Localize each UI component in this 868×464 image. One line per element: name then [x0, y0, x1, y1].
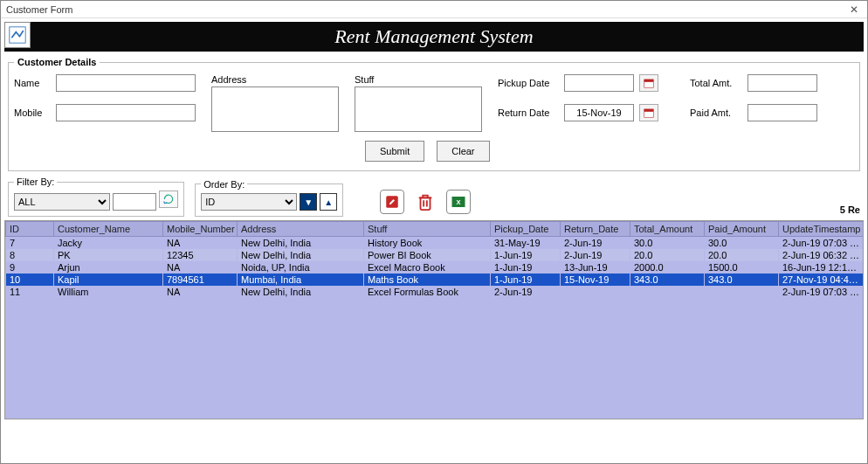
cell: New Delhi, India — [238, 286, 364, 298]
paid-amt-input[interactable] — [747, 104, 817, 121]
cell: PK — [54, 249, 163, 261]
cell: 2-Jun-19 07:03 PM — [779, 286, 865, 298]
cell: 15-Nov-19 — [561, 274, 630, 286]
total-amt-input[interactable] — [747, 74, 817, 92]
return-calendar-icon[interactable] — [639, 104, 658, 121]
cell: 2000.0 — [630, 261, 705, 274]
order-combo[interactable]: ID — [201, 193, 297, 211]
close-icon[interactable]: ✕ — [846, 3, 862, 16]
col-header[interactable]: ID — [6, 222, 54, 237]
cell: 1500.0 — [705, 261, 779, 274]
cell: 1-Jun-19 — [491, 261, 561, 274]
pickup-date-input[interactable] — [564, 74, 634, 92]
titlebar: Customer Form ✕ — [1, 1, 867, 18]
cell: 30.0 — [630, 237, 705, 250]
cell: William — [54, 286, 163, 298]
name-label: Name — [14, 78, 51, 88]
col-header[interactable]: Mobile_Number — [163, 222, 238, 237]
col-header[interactable]: Pickup_Date — [491, 222, 561, 237]
customer-legend: Customer Details — [14, 57, 100, 67]
cell: 2-Jun-19 — [491, 286, 561, 298]
cell: NA — [163, 261, 238, 274]
table-row[interactable]: 7JackyNANew Delhi, IndiaHistory Book31-M… — [6, 237, 865, 250]
table-row[interactable]: 11WilliamNANew Delhi, IndiaExcel Formula… — [6, 286, 865, 298]
svg-rect-0 — [10, 27, 25, 43]
svg-text:X: X — [457, 198, 461, 206]
paid-amt-label: Paid Amt. — [690, 107, 742, 118]
filter-text[interactable] — [113, 193, 156, 211]
cell: 11 — [6, 286, 54, 298]
cell: 16-Jun-19 12:19 PM — [779, 261, 865, 274]
cell: NA — [163, 237, 238, 250]
cell: 10 — [6, 274, 54, 286]
cell — [705, 286, 779, 298]
cell: Arjun — [54, 261, 163, 274]
total-amt-label: Total Amt. — [690, 78, 742, 88]
cell: NA — [163, 286, 238, 298]
mobile-input[interactable] — [56, 104, 196, 121]
cell: 9 — [6, 261, 54, 274]
col-header[interactable]: UpdateTimestamp — [779, 222, 865, 237]
svg-rect-4 — [644, 109, 654, 112]
cell: 343.0 — [705, 274, 779, 286]
col-header[interactable]: Total_Amount — [630, 222, 705, 237]
col-header[interactable]: Return_Date — [561, 222, 630, 237]
cell: 343.0 — [630, 274, 705, 286]
cell: 1-Jun-19 — [491, 274, 561, 286]
return-date-label: Return Date — [498, 107, 559, 118]
address-label: Address — [211, 74, 251, 85]
cell: 7894561 — [163, 274, 238, 286]
cell: Jacky — [54, 237, 163, 250]
cell — [561, 286, 630, 298]
refresh-icon[interactable] — [159, 190, 178, 208]
excel-export-icon[interactable]: X — [446, 190, 471, 214]
col-header[interactable]: Customer_Name — [54, 222, 163, 237]
table-row[interactable]: 10Kapil7894561Mumbai, IndiaMaths Book1-J… — [6, 274, 865, 286]
cell: Excel Formulas Book — [364, 286, 491, 298]
mobile-label: Mobile — [14, 107, 51, 118]
cell: 2-Jun-19 — [561, 237, 630, 250]
cell: New Delhi, India — [238, 237, 364, 250]
col-header[interactable]: Stuff — [364, 222, 491, 237]
stuff-input[interactable] — [355, 87, 482, 132]
record-count: 5 Re — [840, 204, 860, 217]
filter-group: Filter By: ALL — [8, 177, 184, 217]
filter-legend: Filter By: — [14, 177, 57, 187]
cell: 2-Jun-19 — [561, 249, 630, 261]
cell: Power BI Book — [364, 249, 491, 261]
data-grid[interactable]: IDCustomer_NameMobile_NumberAddressStuff… — [4, 220, 864, 419]
cell: 31-May-19 — [491, 237, 561, 250]
submit-button[interactable]: Submit — [365, 141, 424, 162]
cell: 12345 — [163, 249, 238, 261]
sort-asc-icon[interactable]: ▲ — [320, 193, 337, 211]
stuff-label: Stuff — [355, 74, 395, 85]
cell: Excel Macro Book — [364, 261, 491, 274]
cell: 30.0 — [705, 237, 779, 250]
pickup-date-label: Pickup Date — [498, 78, 559, 88]
cell: 13-Jun-19 — [561, 261, 630, 274]
window-title: Customer Form — [6, 4, 72, 15]
col-header[interactable]: Paid_Amount — [705, 222, 779, 237]
edit-icon[interactable] — [380, 190, 404, 214]
filter-combo[interactable]: ALL — [14, 193, 110, 211]
cell: 2-Jun-19 07:03 PM — [779, 237, 865, 250]
cell: Mumbai, India — [238, 274, 364, 286]
table-row[interactable]: 8PK12345New Delhi, IndiaPower BI Book1-J… — [6, 249, 865, 261]
pickup-calendar-icon[interactable] — [639, 74, 658, 92]
customer-details-group: Customer Details Name Mobile Address Stu… — [8, 57, 860, 171]
sort-desc-icon[interactable]: ▼ — [300, 193, 317, 211]
banner-title: Rent Management System — [334, 25, 533, 48]
cell: 7 — [6, 237, 54, 250]
col-header[interactable]: Address — [238, 222, 364, 237]
cell: 20.0 — [705, 249, 779, 261]
delete-icon[interactable] — [413, 190, 437, 214]
return-date-input[interactable] — [564, 104, 634, 121]
table-row[interactable]: 9ArjunNANoida, UP, IndiaExcel Macro Book… — [6, 261, 865, 274]
clear-button[interactable]: Clear — [437, 141, 489, 162]
cell: 20.0 — [630, 249, 705, 261]
cell: 8 — [6, 249, 54, 261]
name-input[interactable] — [56, 74, 196, 92]
address-input[interactable] — [211, 87, 339, 132]
cell: History Book — [364, 237, 491, 250]
cell: Kapil — [54, 274, 163, 286]
